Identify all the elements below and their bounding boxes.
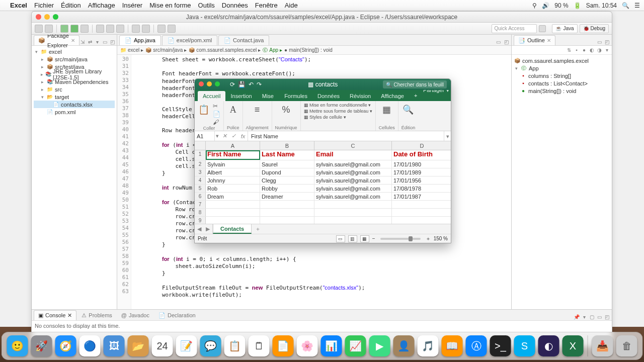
ribbon-tab-insert[interactable]: Insertion bbox=[225, 91, 257, 101]
perspective-java[interactable]: ☕ Java bbox=[552, 24, 577, 33]
cell[interactable]: Dupond bbox=[260, 168, 314, 176]
close-window-button[interactable] bbox=[199, 81, 204, 86]
cell[interactable]: Dreamer bbox=[260, 193, 314, 200]
new-package-icon[interactable] bbox=[96, 25, 104, 33]
row-header[interactable]: 4 bbox=[195, 176, 206, 184]
save-icon[interactable]: 💾 bbox=[238, 81, 246, 88]
menu-format[interactable]: Mise en forme bbox=[149, 2, 191, 9]
clock[interactable]: Sam. 10:54 bbox=[586, 2, 617, 9]
dock-stickies-icon[interactable]: 🗒 bbox=[249, 335, 270, 356]
row-header[interactable]: 5 bbox=[195, 185, 206, 192]
cell[interactable]: Sylvain bbox=[206, 160, 260, 168]
cell-styles-button[interactable]: ▦ Styles de cellule ▾ bbox=[304, 115, 346, 120]
cell[interactable]: 17/01/1980 bbox=[392, 160, 451, 168]
zoom-window-button[interactable] bbox=[215, 81, 220, 86]
name-box[interactable]: A1 bbox=[195, 131, 215, 141]
col-header[interactable]: B bbox=[260, 141, 314, 150]
save-icon[interactable] bbox=[45, 25, 53, 33]
close-icon[interactable]: ✕ bbox=[67, 311, 72, 320]
row-header[interactable]: 9 bbox=[195, 217, 206, 224]
open-console-icon[interactable]: ▢ bbox=[589, 314, 595, 320]
row-header[interactable]: 3 bbox=[195, 168, 206, 176]
dock-terminal-icon[interactable]: >_ bbox=[490, 335, 511, 356]
dock-skype-icon[interactable]: S bbox=[514, 335, 535, 356]
row-header[interactable]: 1 bbox=[195, 150, 206, 160]
cell[interactable] bbox=[260, 209, 314, 216]
cell[interactable] bbox=[314, 201, 392, 208]
dock-itunes-icon[interactable]: 🎵 bbox=[418, 335, 439, 356]
minimize-window-button[interactable] bbox=[207, 81, 212, 86]
percent-icon[interactable]: % bbox=[280, 103, 292, 117]
cell[interactable]: First Name bbox=[206, 150, 260, 160]
spotlight-icon[interactable]: 🔍 bbox=[622, 2, 629, 9]
font-icon[interactable]: A bbox=[227, 103, 239, 117]
cell[interactable] bbox=[260, 201, 314, 208]
autosave-icon[interactable]: ⟳ bbox=[230, 81, 235, 88]
cell[interactable] bbox=[206, 209, 260, 216]
cell[interactable]: Robby bbox=[260, 185, 314, 192]
cancel-formula-icon[interactable]: ✕ bbox=[222, 133, 227, 139]
back-icon[interactable] bbox=[157, 25, 166, 33]
dock-keynote-icon[interactable]: 📊 bbox=[321, 335, 342, 356]
minimize-editor-icon[interactable]: ▭ bbox=[495, 39, 501, 45]
dock-excel-icon[interactable]: X bbox=[562, 335, 584, 356]
sheet-tab[interactable]: Contacts bbox=[213, 224, 252, 234]
tree-item[interactable]: src/main/java bbox=[55, 56, 88, 62]
menu-view[interactable]: Affichage bbox=[88, 2, 115, 9]
collapse-all-icon[interactable]: ⇲ bbox=[79, 39, 86, 45]
zoom-window-button[interactable] bbox=[53, 14, 58, 20]
align-icon[interactable]: ≡ bbox=[251, 103, 263, 117]
forward-icon[interactable] bbox=[168, 25, 176, 33]
dock-launchpad-icon[interactable]: 🚀 bbox=[31, 335, 52, 356]
cell[interactable]: sylvain.saurel@gmail.com bbox=[314, 168, 392, 176]
cell[interactable] bbox=[392, 201, 451, 208]
debug-icon[interactable] bbox=[60, 25, 68, 33]
coverage-icon[interactable] bbox=[80, 25, 89, 33]
dock-messages-icon[interactable]: 💬 bbox=[200, 335, 221, 356]
find-icon[interactable]: 🔍 bbox=[402, 103, 414, 117]
tree-item[interactable]: target bbox=[55, 94, 69, 100]
close-icon[interactable]: ✕ bbox=[547, 36, 551, 45]
cell[interactable]: sylvain.saurel@gmail.com bbox=[314, 185, 392, 192]
minimize-view-icon[interactable]: ▭ bbox=[102, 39, 108, 45]
filter-static-icon[interactable]: ● bbox=[581, 47, 587, 53]
sort-icon[interactable]: ⇅ bbox=[566, 47, 572, 53]
editor-tab-pom[interactable]: 📄 excel/pom.xml bbox=[162, 35, 217, 45]
filter-fields-icon[interactable]: ▪ bbox=[574, 47, 580, 53]
package-explorer-tab[interactable]: 📦 Package Explorer ✕ bbox=[34, 35, 79, 45]
battery-icon[interactable]: 🔋 bbox=[574, 2, 581, 9]
row-header[interactable]: 8 bbox=[195, 209, 206, 216]
col-header[interactable]: D bbox=[392, 141, 451, 150]
cell[interactable]: sylvain.saurel@gmail.com bbox=[314, 193, 392, 200]
dock-ibooks-icon[interactable]: 📖 bbox=[442, 335, 463, 356]
copy-icon[interactable]: 📄 bbox=[213, 111, 220, 118]
project-root[interactable]: excel bbox=[49, 49, 62, 55]
chevron-down-icon[interactable]: ▾ bbox=[215, 133, 220, 139]
project-tree[interactable]: ▾📁excel ▸📦src/main/java ▸📦src/test/java … bbox=[32, 46, 117, 309]
editor-tab-app[interactable]: 📄 App.java bbox=[119, 35, 161, 45]
excel-search-input[interactable]: 🔍 Chercher dans la feuill bbox=[383, 80, 447, 88]
cell[interactable]: sylvain.saurel@gmail.com bbox=[314, 160, 392, 168]
cell[interactable]: Rob bbox=[206, 185, 260, 192]
cell[interactable] bbox=[206, 201, 260, 208]
problems-tab[interactable]: ⚠ Problems bbox=[77, 310, 116, 320]
add-sheet-button[interactable]: ＋ bbox=[252, 225, 264, 233]
enter-formula-icon[interactable]: ✓ bbox=[231, 133, 236, 139]
dock-androidstudio-icon[interactable]: ▶ bbox=[369, 335, 390, 356]
cell[interactable]: 17/01/1956 bbox=[392, 176, 451, 184]
cell[interactable]: Saurel bbox=[260, 160, 314, 168]
dock-chrome-icon[interactable]: 🔵 bbox=[79, 335, 101, 356]
volume-icon[interactable]: 🔊 bbox=[542, 2, 549, 9]
ribbon-tab-home[interactable]: Accueil bbox=[198, 91, 225, 101]
dock-calendar-icon[interactable]: 24 bbox=[152, 335, 173, 356]
dock-photos-icon[interactable]: 🌸 bbox=[297, 335, 318, 356]
declaration-tab[interactable]: 📄 Declaration bbox=[154, 310, 200, 320]
dock-eclipse-icon[interactable]: ◐ bbox=[538, 335, 559, 356]
dock-numbers-icon[interactable]: 📈 bbox=[345, 335, 366, 356]
tree-item-selected[interactable]: contacts.xlsx bbox=[61, 102, 93, 108]
row-header[interactable]: 7 bbox=[195, 201, 206, 208]
zoom-in-button[interactable]: ＋ bbox=[426, 235, 431, 242]
dock-reminders-icon[interactable]: 📋 bbox=[224, 335, 246, 356]
sheet-next-icon[interactable]: ▶ bbox=[206, 226, 210, 232]
cells-icon[interactable]: ▦ bbox=[381, 103, 393, 117]
